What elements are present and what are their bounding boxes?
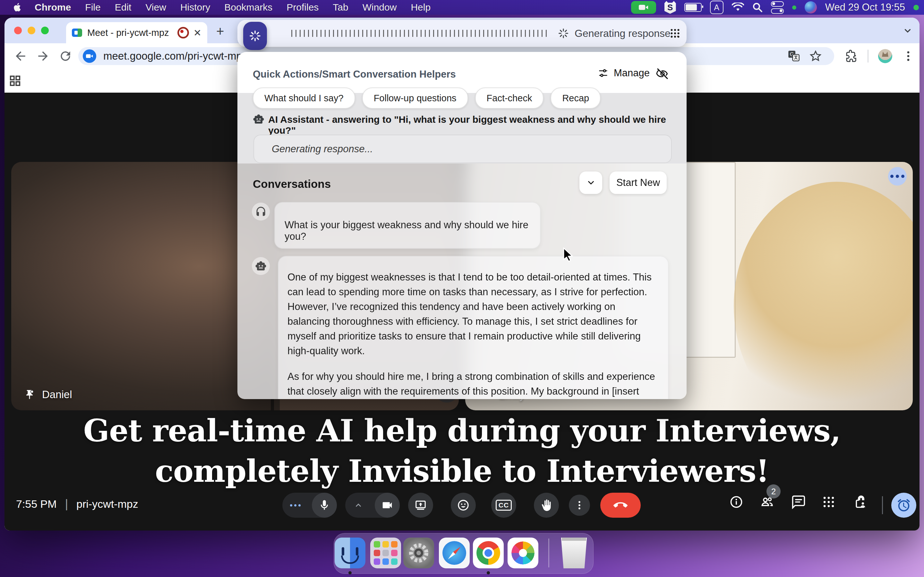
chrome-menu-icon[interactable] bbox=[902, 50, 915, 63]
dock-safari-icon[interactable] bbox=[439, 538, 470, 568]
generation-status: Generating response... bbox=[575, 27, 679, 39]
dock-finder-icon[interactable] bbox=[334, 538, 365, 568]
mic-icon[interactable] bbox=[312, 493, 337, 518]
ai-assistant-panel: Generating response... Quick Actions/Sma… bbox=[237, 20, 687, 399]
meeting-info: 7:55 PM | pri-ycwt-mpz bbox=[16, 497, 138, 511]
promo-headline: Get real-time AI help during your Interv… bbox=[5, 411, 919, 492]
action-fact-check[interactable]: Fact-check bbox=[475, 87, 544, 109]
apple-menu-icon[interactable] bbox=[13, 3, 22, 12]
status-green-dot bbox=[792, 5, 796, 10]
menubar-clock[interactable]: Wed 29 Oct 19:55 bbox=[825, 2, 905, 13]
call-end-icon bbox=[614, 498, 628, 512]
question-bubble: What is your biggest weakness and why sh… bbox=[274, 202, 541, 249]
menu-window[interactable]: Window bbox=[363, 2, 397, 13]
battery-icon[interactable] bbox=[684, 3, 702, 12]
tab-search-chevron-icon[interactable] bbox=[903, 26, 913, 35]
quick-actions-title: Quick Actions/Smart Conversation Helpers bbox=[253, 69, 456, 80]
sliders-icon bbox=[598, 68, 609, 79]
menu-history[interactable]: History bbox=[180, 2, 210, 13]
assistant-body: Quick Actions/Smart Conversation Helpers… bbox=[237, 52, 687, 399]
bookmark-star-icon[interactable] bbox=[809, 50, 822, 63]
present-button[interactable] bbox=[408, 493, 433, 518]
overlay-more-icon[interactable] bbox=[888, 167, 907, 185]
people-count-badge: 2 bbox=[766, 484, 780, 498]
participant-name: Daniel bbox=[42, 388, 72, 401]
mic-control[interactable] bbox=[282, 493, 337, 518]
hand-icon bbox=[541, 500, 552, 511]
profile-avatar[interactable] bbox=[878, 49, 892, 63]
dock-chrome-icon[interactable] bbox=[473, 538, 504, 568]
browser-tab[interactable]: Meet - pri-ycwt-mpz ✕ bbox=[66, 22, 207, 43]
host-controls-button[interactable] bbox=[854, 495, 868, 509]
action-follow-up-questions[interactable]: Follow-up questions bbox=[362, 87, 468, 109]
headline-line-2: completely Invisible to Interviewers! bbox=[5, 451, 919, 492]
forward-icon[interactable] bbox=[36, 49, 50, 63]
activities-button[interactable] bbox=[822, 495, 836, 509]
menubar-app-name[interactable]: Chrome bbox=[35, 2, 71, 13]
stealth-app-icon[interactable]: S bbox=[664, 1, 676, 14]
chat-button[interactable] bbox=[792, 495, 806, 509]
mic-options-icon[interactable] bbox=[290, 504, 300, 506]
dock-settings-icon[interactable] bbox=[403, 538, 434, 568]
new-tab-button[interactable]: + bbox=[216, 25, 224, 38]
input-source-icon[interactable]: A bbox=[710, 1, 724, 14]
timer-button[interactable] bbox=[891, 493, 916, 518]
cc-icon: CC bbox=[496, 500, 512, 511]
camera-icon[interactable] bbox=[375, 493, 400, 518]
translate-icon[interactable]: G bbox=[787, 50, 800, 63]
menu-edit[interactable]: Edit bbox=[115, 2, 132, 13]
mouse-cursor bbox=[561, 247, 575, 262]
assistant-logo[interactable] bbox=[243, 22, 267, 50]
siri-icon[interactable] bbox=[804, 1, 817, 13]
url-text[interactable]: meet.google.com/pri-ycwt-mpz bbox=[103, 50, 247, 62]
extensions-icon[interactable] bbox=[845, 50, 858, 63]
menu-file[interactable]: File bbox=[85, 2, 100, 13]
end-call-button[interactable] bbox=[600, 493, 641, 518]
panel-apps-icon[interactable] bbox=[669, 27, 681, 39]
more-options-button[interactable] bbox=[569, 495, 590, 516]
collapse-conversations-button[interactable] bbox=[580, 171, 602, 194]
present-icon bbox=[415, 499, 427, 511]
camera-options-icon[interactable] bbox=[354, 501, 363, 509]
dock-launchpad-icon[interactable] bbox=[370, 538, 401, 568]
menu-profiles[interactable]: Profiles bbox=[286, 2, 318, 13]
dock-photos-icon[interactable] bbox=[507, 538, 538, 568]
camera-control[interactable] bbox=[345, 493, 400, 518]
spotlight-search-icon[interactable] bbox=[752, 2, 762, 13]
menu-view[interactable]: View bbox=[145, 2, 166, 13]
captions-button[interactable]: CC bbox=[491, 493, 516, 518]
menu-tab[interactable]: Tab bbox=[333, 2, 348, 13]
toolbar-divider bbox=[867, 50, 869, 63]
hide-panel-icon[interactable] bbox=[656, 67, 669, 80]
zoom-window-button[interactable] bbox=[41, 27, 49, 34]
site-camera-icon[interactable] bbox=[83, 49, 96, 63]
manage-button[interactable]: Manage bbox=[598, 67, 650, 79]
reactions-button[interactable] bbox=[451, 493, 476, 518]
back-icon[interactable] bbox=[13, 49, 27, 63]
close-tab-icon[interactable]: ✕ bbox=[194, 27, 202, 39]
dock-trash-icon[interactable] bbox=[559, 538, 590, 568]
answer-paragraph-1: One of my biggest weaknesses is that I t… bbox=[288, 270, 657, 358]
menu-help[interactable]: Help bbox=[411, 2, 431, 13]
raise-hand-button[interactable] bbox=[534, 493, 559, 518]
generating-response-box: Generating response... bbox=[254, 135, 672, 163]
menu-bookmarks[interactable]: Bookmarks bbox=[224, 2, 272, 13]
screen-recording-dot bbox=[913, 5, 919, 10]
minimize-window-button[interactable] bbox=[27, 27, 35, 34]
close-window-button[interactable] bbox=[14, 27, 22, 34]
camera-active-icon[interactable] bbox=[631, 1, 656, 14]
pin-icon bbox=[24, 389, 35, 400]
wifi-icon[interactable] bbox=[732, 3, 744, 12]
start-new-button[interactable]: Start New bbox=[610, 171, 667, 194]
action-what-should-i-say[interactable]: What should I say? bbox=[253, 87, 355, 109]
start-new-label: Start New bbox=[616, 177, 660, 189]
meeting-details-button[interactable] bbox=[729, 495, 743, 509]
assistant-top-bar[interactable]: Generating response... bbox=[237, 20, 687, 47]
desktop: Chrome File Edit View History Bookmarks … bbox=[0, 0, 924, 577]
chrome-running-dot bbox=[487, 571, 490, 574]
control-center-icon[interactable] bbox=[771, 1, 784, 14]
controls-divider bbox=[882, 496, 883, 514]
reload-icon[interactable] bbox=[58, 49, 73, 63]
layout-grid-icon[interactable] bbox=[9, 75, 21, 87]
action-recap[interactable]: Recap bbox=[551, 87, 601, 109]
